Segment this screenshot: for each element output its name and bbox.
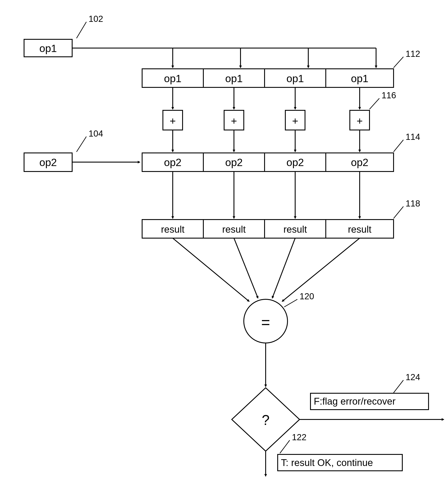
svg-line-32 bbox=[393, 140, 403, 152]
op2-row-3: op2 bbox=[351, 157, 368, 168]
ref-118: 118 bbox=[406, 199, 420, 208]
result-row: result result result result bbox=[142, 219, 393, 238]
decision-node: ? bbox=[232, 388, 300, 451]
ref-102: 102 bbox=[88, 14, 103, 23]
op1-label: op1 bbox=[39, 43, 57, 54]
result-row-2: result bbox=[283, 224, 307, 235]
plus-2: + bbox=[292, 115, 298, 127]
op2-row-2: op2 bbox=[286, 157, 304, 168]
op1-row-1: op1 bbox=[225, 73, 243, 84]
equality-node: = bbox=[244, 299, 288, 343]
ref-112: 112 bbox=[406, 49, 420, 59]
ref-120: 120 bbox=[300, 291, 314, 301]
op2-row-1: op2 bbox=[225, 157, 243, 168]
result-row-0: result bbox=[161, 224, 184, 235]
op2-row: op2 op2 op2 op2 bbox=[142, 153, 393, 172]
svg-line-26 bbox=[77, 137, 86, 152]
svg-line-44 bbox=[272, 238, 295, 298]
eq-label: = bbox=[261, 314, 270, 331]
false-label: F:flag error/recover bbox=[314, 396, 396, 407]
true-branch-box: T: result OK, continue bbox=[278, 454, 402, 471]
svg-line-45 bbox=[282, 238, 360, 301]
svg-line-55 bbox=[280, 440, 290, 453]
true-label: T: result OK, continue bbox=[281, 457, 373, 468]
op2-row-0: op2 bbox=[164, 157, 182, 168]
ref-114: 114 bbox=[406, 132, 420, 141]
ref-124: 124 bbox=[406, 372, 420, 382]
false-branch-box: F:flag error/recover bbox=[311, 393, 429, 410]
op1-row-0: op1 bbox=[164, 73, 182, 84]
q-label: ? bbox=[262, 412, 270, 428]
plus-1: + bbox=[231, 115, 237, 127]
op1-row: op1 op1 op1 op1 bbox=[142, 69, 393, 87]
ref-116: 116 bbox=[382, 90, 396, 100]
result-row-1: result bbox=[222, 224, 246, 235]
svg-line-47 bbox=[284, 299, 297, 307]
op2-source-box: op2 bbox=[24, 153, 72, 172]
plus-3: + bbox=[357, 115, 363, 127]
result-row-3: result bbox=[348, 224, 371, 235]
op1-row-2: op1 bbox=[286, 73, 304, 84]
op1-row-3: op1 bbox=[351, 73, 368, 84]
ref-104: 104 bbox=[88, 129, 103, 138]
svg-line-43 bbox=[234, 238, 258, 298]
plus-0: + bbox=[170, 115, 176, 127]
svg-line-52 bbox=[393, 380, 403, 393]
svg-line-11 bbox=[393, 57, 403, 68]
svg-line-1 bbox=[77, 22, 86, 38]
svg-line-41 bbox=[393, 206, 403, 219]
op2-label: op2 bbox=[39, 157, 57, 168]
diagram-canvas: op1 102 op1 op1 op1 op1 112 + + + + 116 … bbox=[0, 0, 448, 485]
op1-source-box: op1 bbox=[24, 39, 72, 57]
svg-line-20 bbox=[369, 98, 379, 109]
plus-row: + + + + bbox=[163, 110, 369, 130]
ref-122: 122 bbox=[292, 432, 306, 442]
